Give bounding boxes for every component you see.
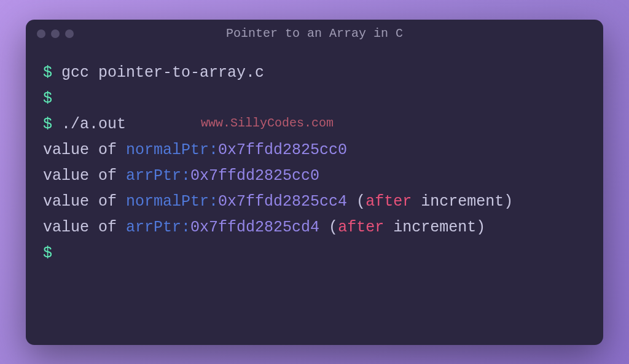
window-controls (37, 29, 74, 38)
close-icon[interactable] (37, 29, 45, 38)
paren-close: increment) (384, 219, 485, 236)
keyword: after (338, 219, 384, 236)
watermark: www.SillyCodes.com (201, 116, 334, 130)
paren-open: ( (347, 193, 365, 211)
prompt-symbol: $ (43, 244, 52, 262)
command-text: ./a.out (52, 115, 126, 133)
window-title: Pointer to an Array in C (226, 26, 403, 41)
title-bar: Pointer to an Array in C (26, 20, 603, 48)
terminal-output-line: value of normalPtr:0x7ffdd2825cc0 (43, 137, 586, 163)
prompt-symbol: $ (43, 115, 52, 133)
terminal-line: $ (43, 241, 586, 266)
terminal-window: Pointer to an Array in C www.SillyCodes.… (26, 20, 603, 345)
terminal-line: $ (43, 86, 586, 112)
hex-address: 0x7ffdd2825cc4 (218, 193, 347, 211)
variable-name: arrPtr: (126, 219, 190, 236)
hex-address: 0x7ffdd2825cc0 (218, 141, 347, 159)
minimize-icon[interactable] (51, 29, 60, 38)
command-text: gcc pointer-to-array.c (52, 64, 264, 82)
keyword: after (365, 193, 412, 211)
terminal-line: $ gcc pointer-to-array.c (43, 60, 586, 86)
output-label: value of (43, 141, 126, 159)
variable-name: arrPtr: (126, 167, 190, 185)
prompt-symbol: $ (43, 64, 52, 82)
terminal-output-line: value of arrPtr:0x7ffdd2825cc0 (43, 163, 586, 189)
variable-name: normalPtr: (126, 193, 218, 211)
terminal-body[interactable]: www.SillyCodes.com $ gcc pointer-to-arra… (26, 48, 603, 345)
paren-close: increment) (412, 193, 513, 211)
variable-name: normalPtr: (126, 141, 218, 159)
output-label: value of (43, 167, 126, 185)
maximize-icon[interactable] (65, 29, 74, 38)
output-label: value of (43, 193, 126, 211)
terminal-output-line: value of arrPtr:0x7ffdd2825cd4 (after in… (43, 215, 586, 241)
prompt-symbol: $ (43, 90, 52, 107)
hex-address: 0x7ffdd2825cd4 (190, 219, 319, 236)
terminal-output-line: value of normalPtr:0x7ffdd2825cc4 (after… (43, 189, 586, 215)
output-label: value of (43, 219, 126, 236)
hex-address: 0x7ffdd2825cc0 (190, 167, 319, 185)
paren-open: ( (319, 219, 338, 236)
